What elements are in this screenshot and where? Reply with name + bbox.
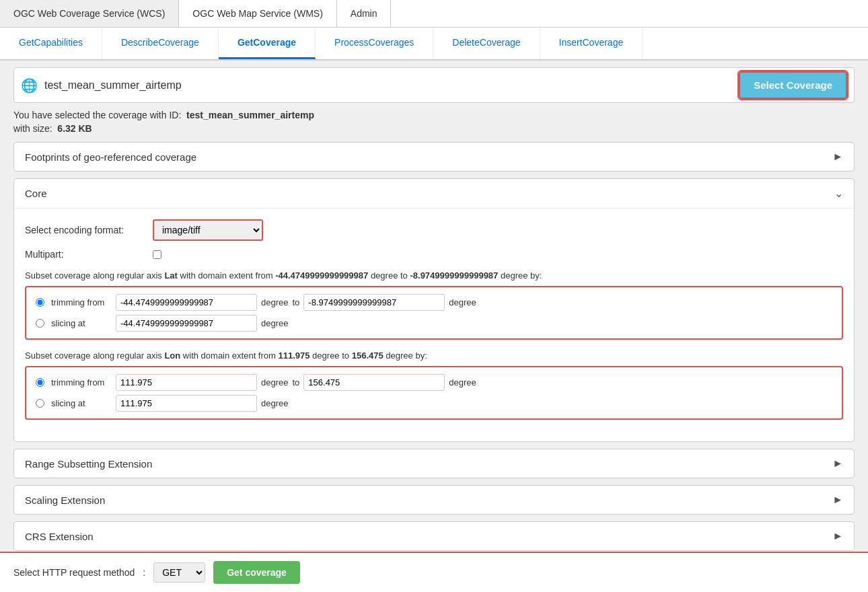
lon-by: by: [415,350,427,361]
lat-unit1: degree [371,270,398,281]
lon-to-text: to [342,350,351,361]
lon-trim-to-unit: degree [449,377,476,387]
core-body: Select encoding format: image/tiff image… [14,208,854,441]
lon-slice-row: slicing at degree [36,395,832,412]
select-coverage-button[interactable]: Select Coverage [739,71,847,99]
crs-header[interactable]: CRS Extension ► [14,522,854,550]
lon-subset-box: trimming from degree to degree slicing a… [25,366,843,420]
lat-trim-to-input[interactable] [303,294,445,311]
coverage-selector-row: 🌐 Select Coverage [13,67,855,103]
encoding-format-row: Select encoding format: image/tiff image… [25,219,843,241]
crs-label: CRS Extension [25,531,94,542]
lat-slice-input[interactable] [116,315,257,332]
multipart-row: Multipart: [25,249,843,260]
multipart-label: Multipart: [25,249,146,260]
selected-id: test_mean_summer_airtemp [186,110,314,120]
lat-subset-box: trimming from degree to degree slicing a… [25,286,843,340]
lon-trim-from-unit: degree [261,377,288,387]
lat-to-val: -8.9749999999999987 [410,270,498,281]
encoding-label: Select encoding format: [25,225,146,235]
range-subsetting-label: Range Subsetting Extension [25,458,152,470]
scaling-header[interactable]: Scaling Extension ► [14,486,854,514]
coverage-id-input[interactable] [44,79,739,91]
core-section: Core ⌄ Select encoding format: image/tif… [13,178,855,442]
lat-slice-radio[interactable] [36,319,44,328]
main-content: 🌐 Select Coverage You have selected the … [0,61,868,592]
coverage-size-info: with size: 6.32 KB [13,123,855,134]
lat-prefix: Subset coverage along regular axis [25,270,162,281]
tab-describe-coverage[interactable]: DescribeCoverage [102,28,219,59]
lon-to-val: 156.475 [352,350,384,361]
size-value: 6.32 KB [57,123,92,134]
lat-trim-radio[interactable] [36,298,44,307]
lat-unit2: degree [501,270,528,281]
lat-trim-row: trimming from degree to degree [36,294,832,311]
top-nav-wms[interactable]: OGC Web Map Service (WMS) [179,0,336,27]
multipart-checkbox[interactable] [153,250,161,259]
lon-trim-row: trimming from degree to degree [36,374,832,391]
bottom-bar: Select HTTP request method : GET POST Ge… [0,552,868,592]
lon-trim-to-text: to [292,377,299,387]
lat-trim-label: trimming from [51,297,112,307]
lon-prefix: Subset coverage along regular axis [25,350,162,361]
footprints-header[interactable]: Footprints of geo-referenced coverage ► [14,143,854,171]
scaling-chevron-icon: ► [832,494,843,506]
top-nav-admin[interactable]: Admin [337,0,392,27]
lat-slice-unit: degree [261,318,288,328]
footprints-section: Footprints of geo-referenced coverage ► [13,142,855,172]
top-nav-wcs[interactable]: OGC Web Coverage Service (WCS) [0,0,179,27]
tab-get-capabilities[interactable]: GetCapabilities [0,28,102,59]
lat-by: by: [530,270,542,281]
lat-trim-from-input[interactable] [116,294,257,311]
lon-extent-prefix: with domain extent from [183,350,276,361]
lat-trim-to-unit: degree [449,297,476,307]
size-prefix: with size: [13,123,52,134]
lat-slice-row: slicing at degree [36,315,832,332]
lat-slice-label: slicing at [51,318,112,328]
lat-to-text: to [400,270,410,281]
http-colon: : [143,567,145,578]
lon-trim-from-input[interactable] [116,374,257,391]
lon-slice-label: slicing at [51,398,112,408]
lat-extent-prefix: with domain extent from [180,270,273,281]
tab-process-coverages[interactable]: ProcessCoverages [316,28,433,59]
lat-from-val: -44.4749999999999987 [275,270,371,281]
lat-subset-text: Subset coverage along regular axis Lat w… [25,270,843,281]
get-coverage-button[interactable]: Get coverage [213,561,300,584]
encoding-select[interactable]: image/tiff image/png image/jpeg applicat… [153,219,263,241]
tab-delete-coverage[interactable]: DeleteCoverage [433,28,540,59]
crs-section: CRS Extension ► [13,521,855,551]
lat-trim-to-text: to [292,297,299,307]
crs-chevron-icon: ► [832,530,843,542]
selected-prefix: You have selected the coverage with ID: [13,110,181,120]
range-subsetting-header[interactable]: Range Subsetting Extension ► [14,449,854,478]
core-header[interactable]: Core ⌄ [14,179,854,208]
lon-axis-name: Lon [164,350,182,361]
globe-icon: 🌐 [21,77,38,94]
tab-insert-coverage[interactable]: InsertCoverage [540,28,643,59]
lon-unit1: degree [312,350,339,361]
top-navigation: OGC Web Coverage Service (WCS) OGC Web M… [0,0,868,28]
lon-unit2: degree [386,350,412,361]
lon-trim-label: trimming from [51,377,112,387]
footprints-chevron-icon: ► [832,151,843,163]
second-navigation: GetCapabilities DescribeCoverage GetCove… [0,28,868,61]
scaling-label: Scaling Extension [25,494,105,506]
lon-trim-radio[interactable] [36,378,44,387]
http-method-label: Select HTTP request method [13,567,135,578]
http-method-select[interactable]: GET POST [153,562,205,583]
core-chevron-icon: ⌄ [834,187,843,200]
coverage-selected-info: You have selected the coverage with ID: … [13,110,855,120]
lon-slice-input[interactable] [116,395,257,412]
lon-slice-radio[interactable] [36,399,44,408]
core-label: Core [25,188,47,199]
lat-axis-name: Lat [164,270,180,281]
footprints-label: Footprints of geo-referenced coverage [25,151,196,163]
scaling-section: Scaling Extension ► [13,485,855,515]
tab-get-coverage[interactable]: GetCoverage [219,28,316,59]
range-subsetting-section: Range Subsetting Extension ► [13,449,855,478]
lat-trim-from-unit: degree [261,297,288,307]
lon-from-val: 111.975 [279,350,313,361]
lon-trim-to-input[interactable] [303,374,445,391]
lon-subset-text: Subset coverage along regular axis Lon w… [25,350,843,361]
